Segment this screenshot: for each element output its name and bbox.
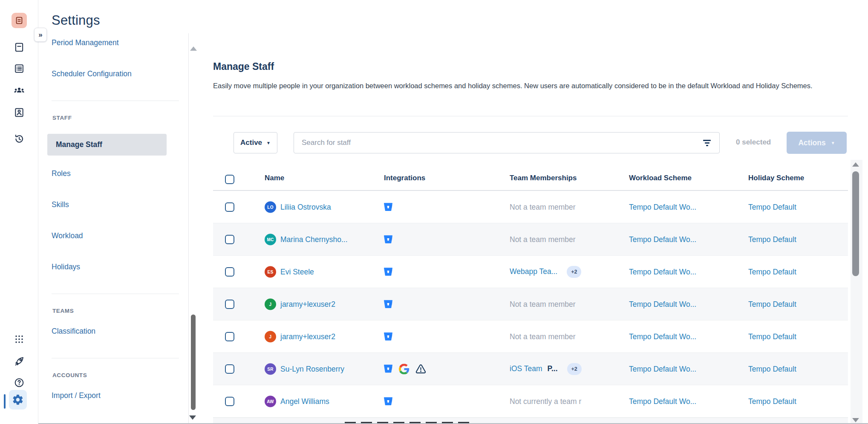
actions-button[interactable]: Actions ▼	[787, 132, 847, 154]
bitbucket-icon	[383, 234, 394, 245]
holiday-scheme-link[interactable]: Tempo Default	[748, 364, 796, 373]
app-rail	[0, 0, 38, 424]
gear-icon	[9, 390, 27, 410]
table-scroll-up-arrow[interactable]	[852, 162, 859, 167]
staff-name-link[interactable]: jaramy+lexuser2	[280, 300, 335, 309]
team-link[interactable]: Webapp Tea...	[510, 267, 557, 276]
bitbucket-icon	[383, 266, 394, 277]
help-icon[interactable]	[10, 374, 28, 392]
table-scrollbar-thumb[interactable]	[852, 171, 859, 276]
chevron-down-icon: ▼	[266, 141, 271, 145]
row-checkbox[interactable]	[225, 300, 234, 309]
nav-item-period-management[interactable]: Period Management	[52, 38, 119, 47]
team-link[interactable]: iOS Team	[510, 364, 542, 373]
teams-icon[interactable]	[10, 82, 28, 100]
tempo-app-logo[interactable]	[10, 12, 28, 29]
workload-scheme-link[interactable]: Tempo Default Wo...	[629, 397, 696, 406]
table-body: LOLiliia OstrovskaNot a team memberTempo…	[213, 191, 848, 418]
workload-scheme-link[interactable]: Tempo Default Wo...	[629, 364, 696, 373]
nav-item-holidays[interactable]: Holidays	[52, 262, 80, 271]
apps-grid-icon[interactable]	[10, 330, 28, 348]
select-all-checkbox[interactable]	[225, 175, 234, 184]
nav-section-title: ACCOUNTS	[52, 372, 179, 378]
nav-item-skills[interactable]: Skills	[52, 200, 69, 209]
avatar: SR	[265, 363, 276, 375]
nav-section: STAFFManage StaffRolesSkillsWorkloadHoli…	[52, 101, 179, 271]
team-extra-text: P...	[548, 364, 558, 373]
settings-nav: Period ManagementScheduler Configuration…	[38, 33, 189, 424]
nav-section: ACCOUNTSImport / ExportAccount Categorie…	[52, 358, 179, 424]
staff-name-link[interactable]: Marina Chernysho...	[280, 235, 348, 244]
nav-item-classification[interactable]: Classification	[52, 327, 95, 336]
team-count-badge[interactable]: +2	[567, 266, 581, 278]
table-row: ESEvi SteeleWebapp Tea...+2Tempo Default…	[213, 256, 848, 288]
team-membership-text: Not a team member	[510, 300, 576, 309]
filter-icon[interactable]	[702, 140, 712, 146]
row-checkbox[interactable]	[225, 332, 234, 341]
nav-item-import-export[interactable]: Import / Export	[52, 391, 101, 400]
nav-item-scheduler-configuration[interactable]: Scheduler Configuration	[52, 69, 132, 78]
table-scroll-down-arrow[interactable]	[852, 418, 859, 422]
staff-name-link[interactable]: Liliia Ostrovska	[280, 202, 331, 211]
nav-scroll-down-arrow[interactable]	[189, 415, 196, 420]
staff-name-link[interactable]: jaramy+lexuser2	[280, 332, 335, 341]
avatar: MC	[265, 234, 276, 245]
workload-scheme-link[interactable]: Tempo Default Wo...	[629, 332, 696, 341]
row-checkbox[interactable]	[225, 267, 234, 277]
google-icon	[399, 363, 409, 374]
row-checkbox[interactable]	[225, 364, 234, 374]
staff-name-link[interactable]: Evi Steele	[280, 267, 314, 276]
rocket-icon[interactable]	[10, 352, 28, 370]
col-header-workload: Workload Scheme	[629, 174, 692, 182]
nav-item-workload[interactable]: Workload	[52, 231, 83, 240]
avatar: ES	[265, 266, 276, 277]
avatar: J	[265, 331, 276, 342]
active-rail-indicator	[4, 394, 6, 409]
expand-sidebar-button[interactable]: »	[34, 28, 47, 42]
row-checkbox[interactable]	[225, 202, 234, 212]
workload-scheme-link[interactable]: Tempo Default Wo...	[629, 202, 696, 211]
tempo-logo-icon	[12, 13, 27, 28]
table-row: LOLiliia OstrovskaNot a team memberTempo…	[213, 191, 848, 223]
holiday-scheme-link[interactable]: Tempo Default	[748, 267, 796, 276]
staff-name-link[interactable]: Su-Lyn Rosenberry	[280, 364, 344, 373]
workload-scheme-link[interactable]: Tempo Default Wo...	[629, 235, 696, 244]
holiday-scheme-link[interactable]: Tempo Default	[748, 300, 796, 309]
row-checkbox[interactable]	[225, 397, 234, 406]
settings-gear-icon[interactable]	[9, 391, 27, 409]
list-icon[interactable]	[10, 60, 28, 78]
team-count-badge[interactable]: +2	[567, 363, 582, 375]
nav-section-title: STAFF	[52, 115, 179, 121]
staff-name-link[interactable]: Angel Williams	[280, 397, 329, 406]
col-header-integrations: Integrations	[384, 174, 425, 182]
avatar: AW	[265, 395, 276, 407]
nav-scrollbar-thumb[interactable]	[191, 314, 196, 410]
row-checkbox[interactable]	[225, 235, 234, 244]
selected-count: 0 selected	[736, 138, 771, 147]
holiday-scheme-link[interactable]: Tempo Default	[748, 202, 796, 211]
staff-table: Name Integrations Team Memberships Workl…	[213, 169, 848, 424]
bitbucket-icon	[383, 331, 394, 342]
workload-scheme-link[interactable]: Tempo Default Wo...	[629, 300, 696, 309]
nav-item-roles[interactable]: Roles	[52, 169, 71, 178]
team-membership-text: Not a team member	[510, 332, 576, 341]
nav-section: TEAMSClassification	[52, 294, 179, 336]
nav-item-manage-staff[interactable]: Manage Staff	[47, 134, 167, 156]
holiday-scheme-link[interactable]: Tempo Default	[748, 397, 796, 406]
avatar: LO	[265, 201, 276, 213]
table-row: Jjaramy+lexuser2Not a team memberTempo D…	[213, 320, 848, 353]
workload-scheme-link[interactable]: Tempo Default Wo...	[629, 267, 696, 276]
holiday-scheme-link[interactable]: Tempo Default	[748, 332, 796, 341]
contact-card-icon[interactable]	[10, 104, 28, 121]
table-header: Name Integrations Team Memberships Workl…	[213, 169, 848, 191]
history-icon[interactable]	[10, 130, 28, 148]
nav-section: Period ManagementScheduler Configuration	[52, 33, 188, 78]
warning-icon	[415, 363, 427, 375]
section-title: Manage Staff	[213, 61, 274, 72]
search-input[interactable]	[294, 138, 702, 147]
nav-scroll-up-arrow[interactable]	[190, 46, 197, 51]
col-header-name[interactable]: Name	[265, 174, 284, 182]
status-filter-dropdown[interactable]: Active ▼	[234, 132, 277, 153]
holiday-scheme-link[interactable]: Tempo Default	[748, 235, 796, 244]
report-icon[interactable]	[10, 38, 28, 56]
